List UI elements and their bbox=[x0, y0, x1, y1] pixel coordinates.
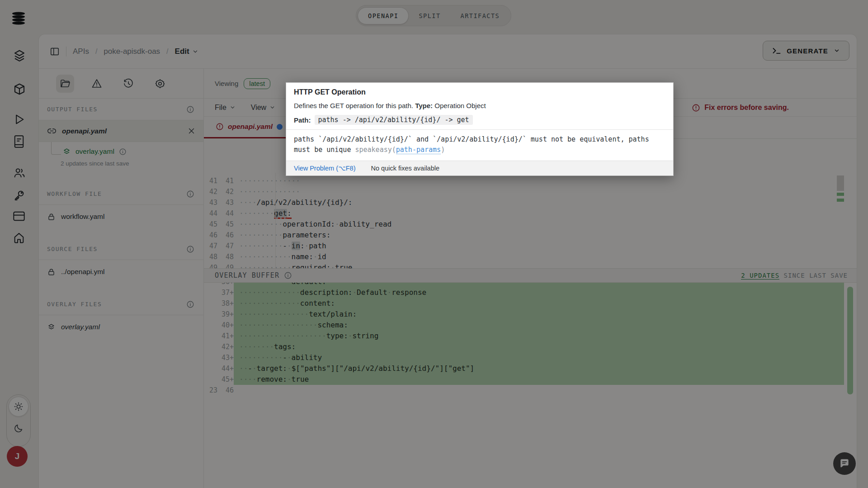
diff-scrollbar[interactable] bbox=[847, 287, 853, 394]
line-number: 36+ bbox=[217, 283, 234, 287]
light-mode-sun-icon[interactable] bbox=[9, 397, 28, 417]
diff-line[interactable]: 45+····remove:·true bbox=[204, 374, 857, 385]
home-nav-icon[interactable] bbox=[13, 232, 25, 244]
editor-line[interactable]: 4646··········parameters: bbox=[204, 230, 857, 241]
breadcrumb-workspace[interactable]: poke-apisdk-oas bbox=[104, 47, 160, 56]
billing-card-nav-icon[interactable] bbox=[13, 211, 25, 222]
line-content: ····/api/v2/ability/{id}/: bbox=[234, 197, 857, 208]
package-nav-icon[interactable] bbox=[13, 82, 26, 96]
file-row-overlay-yaml[interactable]: overlay.yaml bbox=[39, 315, 203, 339]
diff-line[interactable]: 39+················text/plain: bbox=[204, 309, 857, 320]
mode-tab-openapi[interactable]: OPENAPI bbox=[358, 7, 409, 24]
menu-view[interactable]: View bbox=[251, 104, 275, 112]
diff-line[interactable]: 41+····················type:·string bbox=[204, 331, 857, 341]
history-tab-clock-icon[interactable] bbox=[119, 75, 137, 93]
diff-line[interactable]: 44+··-·target:·$["paths"]["/api/v2/abili… bbox=[204, 363, 857, 374]
editor-line[interactable]: 4141·············· bbox=[204, 175, 857, 186]
mode-tab-split[interactable]: SPLIT bbox=[409, 8, 450, 24]
overlay-buffer-title: OVERLAY BUFFER bbox=[215, 271, 279, 280]
diff-line[interactable]: 2346 bbox=[204, 385, 857, 396]
theme-toggle bbox=[6, 394, 31, 447]
file-row-source-openapi-yml[interactable]: ../openapi.yml bbox=[39, 260, 203, 284]
diff-line[interactable]: 36+············default: bbox=[204, 283, 857, 287]
line-number: 43+ bbox=[217, 352, 234, 363]
editor-line[interactable]: 4545··········operationId:·ability_read bbox=[204, 219, 857, 230]
chat-bubble-icon bbox=[839, 458, 850, 469]
info-icon[interactable] bbox=[186, 300, 194, 308]
path-params-link[interactable]: path-params bbox=[396, 146, 441, 154]
api-keys-key-nav-icon[interactable] bbox=[13, 189, 25, 202]
line-content: ··········-·in:·path bbox=[234, 241, 857, 251]
viewing-label: Viewing bbox=[215, 80, 238, 87]
line-number: 44 bbox=[204, 208, 217, 219]
files-tab-folder-icon[interactable] bbox=[56, 75, 74, 93]
line-number: 46 bbox=[217, 385, 234, 396]
file-name: workflow.yaml bbox=[61, 213, 195, 221]
path-label: Path: bbox=[294, 116, 311, 124]
generate-button[interactable]: GENERATE bbox=[763, 41, 849, 61]
line-content: ········get: bbox=[234, 208, 857, 219]
info-icon[interactable] bbox=[186, 190, 194, 198]
tooltip-description: Defines the GET operation for this path.… bbox=[294, 102, 665, 109]
editor-line[interactable]: 4444········get: bbox=[204, 208, 857, 219]
file-row-openapi-yaml[interactable]: openapi.yaml bbox=[39, 120, 203, 142]
line-number bbox=[204, 352, 217, 363]
problems-tab-warning-icon[interactable] bbox=[88, 75, 106, 93]
tooltip-diagnostic-message: paths `/api/v2/ability/{id}/` and `/api/… bbox=[286, 130, 673, 161]
line-content: ··············description:·Default·respo… bbox=[234, 287, 844, 298]
file-row-workflow-yaml[interactable]: workflow.yaml bbox=[39, 205, 203, 228]
updates-rest: SINCE LAST SAVE bbox=[779, 272, 848, 279]
line-number: 47 bbox=[204, 241, 217, 251]
diff-line[interactable]: 42+········tags: bbox=[204, 341, 857, 352]
view-problem-link[interactable]: View Problem (⌥F8) bbox=[294, 165, 356, 172]
chat-support-button[interactable] bbox=[833, 452, 856, 475]
info-icon[interactable] bbox=[119, 148, 127, 156]
error-circle-icon bbox=[216, 123, 224, 131]
tooltip-footer: View Problem (⌥F8) No quick fixes availa… bbox=[286, 161, 673, 175]
info-icon[interactable] bbox=[186, 105, 194, 114]
line-number: 48 bbox=[217, 251, 234, 262]
docs-book-nav-icon[interactable] bbox=[13, 135, 25, 148]
updates-note: 2 updates since last save bbox=[39, 160, 203, 167]
diff-line[interactable]: 38+··············content: bbox=[204, 298, 857, 309]
menu-file[interactable]: File bbox=[215, 104, 236, 112]
line-number: 42+ bbox=[217, 341, 234, 352]
editor-line[interactable]: 4242·············· bbox=[204, 186, 857, 197]
close-icon[interactable] bbox=[188, 127, 195, 135]
layers-nav-icon[interactable] bbox=[13, 49, 26, 62]
scrollbar-thumb[interactable] bbox=[837, 175, 844, 191]
left-rail: J bbox=[0, 0, 38, 488]
settings-tab-gear-icon[interactable] bbox=[151, 75, 169, 93]
line-number: 41+ bbox=[217, 331, 234, 341]
diff-line[interactable]: 43+··········-·ability bbox=[204, 352, 857, 363]
dark-mode-moon-icon[interactable] bbox=[9, 418, 28, 438]
info-icon[interactable] bbox=[284, 271, 292, 280]
updates-link[interactable]: 2 UPDATES bbox=[741, 272, 779, 280]
editor-line[interactable]: 4848············name:·id bbox=[204, 251, 857, 262]
line-number: 42 bbox=[204, 186, 217, 197]
tab-openapi-yaml[interactable]: openapi.yaml bbox=[204, 116, 290, 138]
breadcrumb-edit-dropdown[interactable]: Edit bbox=[175, 47, 198, 56]
version-badge: latest bbox=[244, 78, 270, 89]
layers-icon bbox=[62, 147, 71, 156]
diff-line[interactable]: 37+··············description:·Default·re… bbox=[204, 287, 857, 298]
user-avatar[interactable]: J bbox=[7, 446, 28, 467]
overview-ruler[interactable] bbox=[837, 175, 844, 204]
line-number: 37+ bbox=[217, 287, 234, 298]
info-icon[interactable] bbox=[186, 245, 194, 253]
diff-line[interactable]: 40+··················schema: bbox=[204, 320, 857, 331]
line-number: 46 bbox=[204, 230, 217, 241]
sidebar-toggle-icon[interactable] bbox=[50, 47, 60, 57]
file-row-overlay-child[interactable]: overlay.yaml bbox=[39, 145, 203, 158]
mode-tab-artifacts[interactable]: ARTIFACTS bbox=[451, 8, 510, 24]
users-nav-icon[interactable] bbox=[13, 166, 25, 179]
editor-line[interactable]: 4343····/api/v2/ability/{id}/: bbox=[204, 197, 857, 208]
run-play-nav-icon[interactable] bbox=[13, 113, 25, 126]
lock-icon bbox=[47, 213, 56, 221]
path-value: paths -> /api/v2/ability/{id}/ -> get bbox=[315, 115, 473, 125]
line-content: ····················type:·string bbox=[234, 331, 844, 341]
speakeasy-logo-icon[interactable] bbox=[10, 11, 27, 26]
breadcrumb-apis[interactable]: APIs bbox=[73, 47, 89, 56]
overlay-diff-editor[interactable]: 36+············default:37+··············… bbox=[204, 283, 857, 432]
editor-line[interactable]: 4747··········-·in:·path bbox=[204, 241, 857, 251]
